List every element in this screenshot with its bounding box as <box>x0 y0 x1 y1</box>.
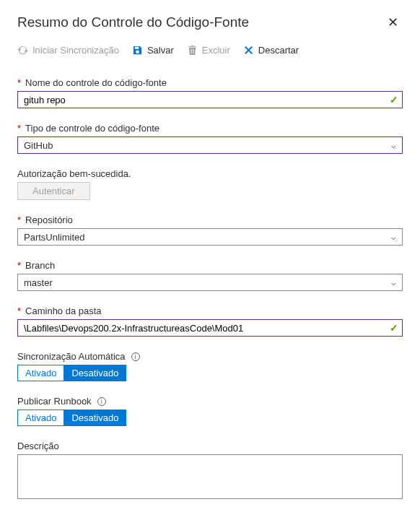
branch-label: * Branch <box>17 260 403 271</box>
page-title: Resumo do Controle do Código-Fonte <box>17 14 249 30</box>
info-icon[interactable]: i <box>131 352 140 361</box>
description-field: Descrição <box>17 441 403 501</box>
type-label: * Tipo de controle do código-fonte <box>17 123 403 134</box>
required-indicator: * <box>17 214 21 225</box>
auth-status: Autorização bem-sucedida. <box>17 168 403 179</box>
save-label: Salvar <box>147 45 174 56</box>
source-control-summary-panel: Resumo do Controle do Código-Fonte ✕ Ini… <box>0 0 420 507</box>
check-icon: ✓ <box>390 322 398 334</box>
folder-label: * Caminho da pasta <box>17 306 403 316</box>
type-field: * Tipo de controle do código-fonte GitHu… <box>17 123 403 154</box>
publish-label: Publicar Runbook i <box>17 396 403 407</box>
name-label: * Nome do controle do código-fonte <box>17 77 403 88</box>
chevron-down-icon: ⌵ <box>391 141 396 150</box>
discard-button[interactable]: Descartar <box>243 45 299 56</box>
check-icon: ✓ <box>390 94 398 105</box>
sync-label: Iniciar Sincronização <box>32 45 119 56</box>
autosync-label: Sincronização Automática i <box>17 351 403 362</box>
name-field: * Nome do controle do código-fonte ✓ <box>17 77 403 108</box>
sync-button: Iniciar Sincronização <box>17 45 119 56</box>
publish-field: Publicar Runbook i Ativado Desativado <box>17 396 403 426</box>
save-button[interactable]: Salvar <box>132 45 174 56</box>
save-icon <box>132 45 143 56</box>
repo-field: * Repositório PartsUnlimited ⌵ <box>17 214 403 246</box>
folder-field: * Caminho da pasta ✓ <box>17 306 403 337</box>
autosync-field: Sincronização Automática i Ativado Desat… <box>17 351 403 381</box>
toolbar: Iniciar Sincronização Salvar Excluir Des… <box>17 45 403 56</box>
branch-select[interactable]: master ⌵ <box>17 274 403 291</box>
close-icon[interactable]: ✕ <box>383 13 403 32</box>
required-indicator: * <box>17 77 21 88</box>
name-input[interactable] <box>17 91 403 108</box>
delete-button: Excluir <box>187 45 230 56</box>
auth-field: Autorização bem-sucedida. Autenticar <box>17 168 403 200</box>
publish-on[interactable]: Ativado <box>17 410 64 426</box>
discard-icon <box>243 45 254 56</box>
autosync-toggle: Ativado Desativado <box>17 365 403 381</box>
branch-field: * Branch master ⌵ <box>17 260 403 291</box>
sync-icon <box>17 45 28 56</box>
publish-toggle: Ativado Desativado <box>17 410 403 426</box>
autosync-on[interactable]: Ativado <box>17 365 64 381</box>
required-indicator: * <box>17 123 21 134</box>
type-select[interactable]: GitHub ⌵ <box>17 136 403 154</box>
trash-icon <box>187 45 198 56</box>
publish-off[interactable]: Desativado <box>64 410 126 426</box>
chevron-down-icon: ⌵ <box>391 278 396 287</box>
authenticate-button: Autenticar <box>17 182 90 200</box>
required-indicator: * <box>17 260 21 271</box>
chevron-down-icon: ⌵ <box>391 233 396 242</box>
panel-header: Resumo do Controle do Código-Fonte ✕ <box>17 13 403 32</box>
autosync-off[interactable]: Desativado <box>64 365 126 381</box>
repo-select[interactable]: PartsUnlimited ⌵ <box>17 228 403 246</box>
description-label: Descrição <box>17 441 403 451</box>
folder-input[interactable] <box>17 319 403 337</box>
description-input[interactable] <box>17 454 403 499</box>
delete-label: Excluir <box>202 45 230 56</box>
required-indicator: * <box>17 306 21 316</box>
info-icon[interactable]: i <box>97 397 106 406</box>
discard-label: Descartar <box>258 45 299 56</box>
repo-label: * Repositório <box>17 214 403 225</box>
